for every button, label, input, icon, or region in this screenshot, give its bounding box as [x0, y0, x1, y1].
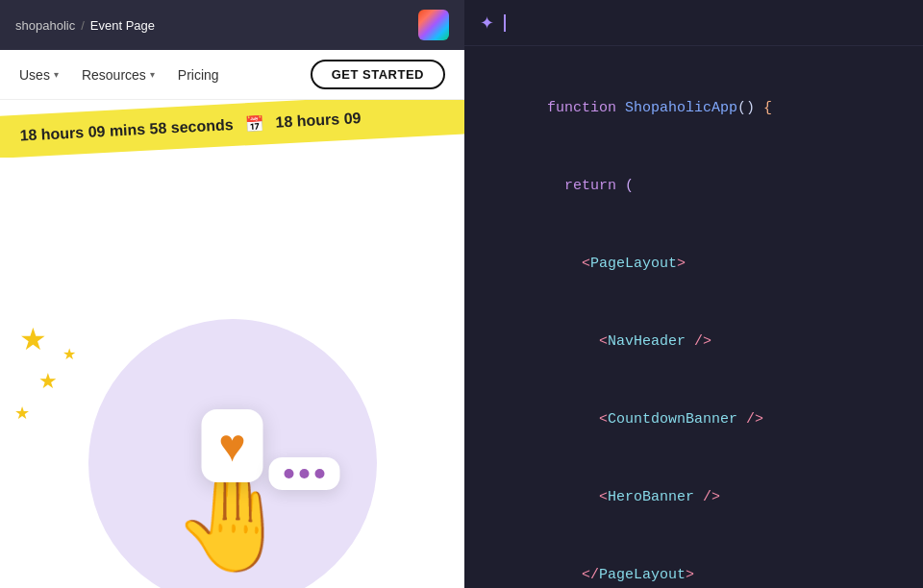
nav-bar: shopaholic / Event Page	[0, 0, 464, 50]
code-line-7: </PageLayout>	[495, 536, 892, 588]
breadcrumb: shopaholic / Event Page	[15, 18, 155, 33]
hero-section: ★ ★ ★ ★ ♥ 🤚	[0, 158, 464, 588]
star-icon: ★	[62, 345, 76, 363]
cursor	[504, 14, 506, 32]
code-line-6: <HeroBanner />	[495, 458, 892, 536]
left-panel: shopaholic / Event Page Uses ▾ Resources…	[0, 0, 464, 588]
code-line-3: <PageLayout>	[495, 225, 892, 303]
countdown-text: 18 hours 09 mins 58 seconds 📅 18 hours 0…	[19, 110, 362, 146]
breadcrumb-separator: /	[81, 18, 85, 33]
figma-icon	[418, 10, 449, 40]
code-line-4: <NavHeader />	[495, 303, 892, 380]
heart-speech-bubble: ♥	[201, 409, 263, 482]
nav-resources-label: Resources	[82, 67, 146, 83]
chevron-down-icon: ▾	[54, 69, 59, 80]
dots-speech-bubble	[269, 457, 340, 490]
code-editor[interactable]: function ShopaholicApp() { return ( <Pag…	[464, 46, 923, 588]
heart-icon: ♥	[218, 423, 246, 469]
hero-illustration: ♥ 🤚	[172, 409, 292, 569]
star-icon: ★	[19, 321, 47, 357]
get-started-button[interactable]: GET STARTED	[311, 60, 445, 89]
nav-pricing-label: Pricing	[178, 67, 219, 83]
dot-1	[285, 469, 294, 478]
countdown-time: 18 hours 09 mins 58 seconds	[19, 116, 234, 145]
site-nav: Uses ▾ Resources ▾ Pricing GET STARTED	[0, 50, 464, 100]
right-panel: ✦ function ShopaholicApp() { return ( <P…	[464, 0, 923, 588]
countdown-time-2: 18 hours 09	[275, 110, 362, 132]
code-line-1: function ShopaholicApp() {	[495, 69, 892, 147]
code-line-2: return (	[495, 147, 892, 225]
nav-uses-label: Uses	[19, 67, 50, 83]
star-icon: ★	[14, 403, 30, 424]
editor-toolbar: ✦	[464, 0, 923, 46]
ai-icon: ✦	[480, 12, 494, 34]
breadcrumb-page: Event Page	[90, 18, 155, 33]
breadcrumb-site: shopaholic	[15, 18, 75, 33]
code-line-5: <CountdownBanner />	[495, 380, 892, 458]
calendar-icon: 📅	[244, 114, 264, 134]
star-icon: ★	[38, 369, 58, 394]
dot-3	[315, 469, 325, 478]
nav-item-pricing[interactable]: Pricing	[178, 67, 219, 83]
dot-2	[300, 469, 310, 478]
nav-item-uses[interactable]: Uses ▾	[19, 67, 59, 83]
countdown-banner: 18 hours 09 mins 58 seconds 📅 18 hours 0…	[0, 100, 464, 158]
nav-item-resources[interactable]: Resources ▾	[82, 67, 155, 83]
chevron-down-icon: ▾	[150, 69, 155, 80]
